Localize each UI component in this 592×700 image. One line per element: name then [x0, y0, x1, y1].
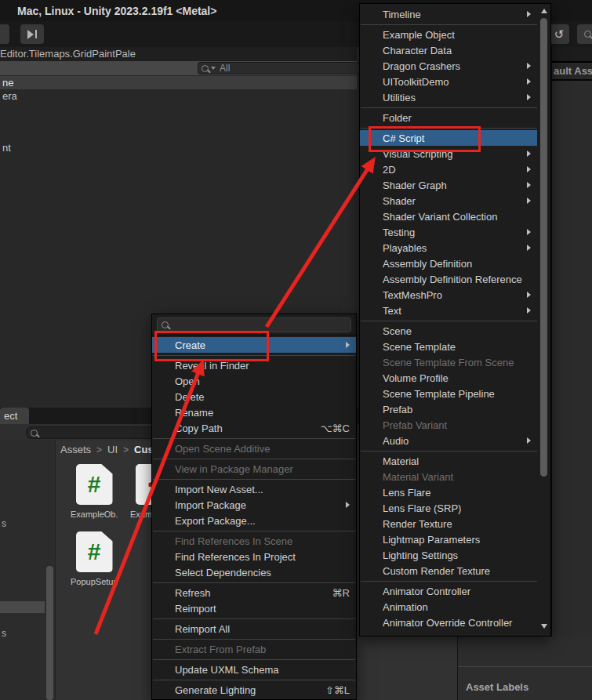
- menu-item-text[interactable]: Text: [360, 303, 537, 318]
- asset-card[interactable]: #ExampleOb...: [71, 464, 118, 519]
- menu-item-find-references-in-project[interactable]: Find References In Project: [152, 549, 356, 564]
- menu-item-folder[interactable]: Folder: [360, 110, 537, 125]
- step-button[interactable]: [20, 24, 44, 44]
- menu-item-reimport-all[interactable]: Reimport All: [152, 621, 356, 637]
- project-search-field[interactable]: [26, 426, 158, 439]
- menu-item-export-package[interactable]: Export Package...: [152, 513, 356, 528]
- menu-item-label: View in Package Manager: [175, 463, 350, 475]
- search-button[interactable]: [577, 24, 592, 44]
- menu-item-scene-template[interactable]: Scene Template: [360, 339, 537, 354]
- menu-item-c-script[interactable]: C# Script: [360, 130, 537, 146]
- menu-item-custom-render-texture[interactable]: Custom Render Texture: [360, 563, 537, 578]
- asset-card[interactable]: #PopupSetup: [71, 531, 118, 586]
- menu-item-delete[interactable]: Delete: [152, 389, 356, 404]
- menu-item-2d[interactable]: 2D: [360, 161, 537, 177]
- menu-item-shader-graph[interactable]: Shader Graph: [360, 177, 537, 193]
- history-button[interactable]: ↺: [549, 24, 569, 44]
- menu-item-update-uxml-schema[interactable]: Update UXML Schema: [152, 662, 356, 677]
- submenu-arrow-icon: [527, 151, 531, 157]
- menu-item-render-texture[interactable]: Render Texture: [360, 516, 537, 531]
- menu-item-lightmap-parameters[interactable]: Lightmap Parameters: [360, 531, 537, 547]
- csharp-script-icon: #: [76, 464, 113, 505]
- hierarchy-row[interactable]: nt: [0, 141, 357, 154]
- palette-filter-strip: [0, 61, 357, 75]
- menu-item-assembly-definition[interactable]: Assembly Definition: [360, 256, 537, 271]
- menu-item-label: Animator Override Controller: [383, 617, 531, 629]
- history-icon: ↺: [554, 27, 565, 42]
- menu-item-animator-override-controller[interactable]: Animator Override Controller: [360, 615, 537, 630]
- menu-item-lens-flare[interactable]: Lens Flare: [360, 484, 537, 500]
- menu-item-view-in-package-manager: View in Package Manager: [152, 461, 356, 477]
- menu-item-lens-flare-srp[interactable]: Lens Flare (SRP): [360, 500, 537, 516]
- menu-item-timeline[interactable]: Timeline: [360, 6, 537, 22]
- filter-search-icon: [202, 65, 209, 72]
- menu-item-assembly-definition-reference[interactable]: Assembly Definition Reference: [360, 271, 537, 287]
- menu-item-shader-variant-collection[interactable]: Shader Variant Collection: [360, 209, 537, 224]
- submenu-arrow-icon: [527, 229, 531, 235]
- menu-item-animator-controller[interactable]: Animator Controller: [360, 583, 537, 599]
- menu-item-reimport[interactable]: Reimport: [152, 600, 356, 616]
- tree-scrollbar-thumb[interactable]: [46, 566, 53, 700]
- context-menu-search-input[interactable]: [172, 318, 332, 331]
- tree-item-fragment[interactable]: s: [2, 518, 6, 529]
- menu-item-scene[interactable]: Scene: [360, 323, 537, 339]
- submenu-arrow-icon: [346, 342, 350, 348]
- menu-item-label: Audio: [383, 435, 519, 447]
- menu-item-example-object[interactable]: Example Object: [360, 27, 537, 42]
- menu-item-label: Shader: [383, 195, 519, 207]
- menu-item-prefab-variant: Prefab Variant: [360, 417, 537, 433]
- menu-item-scene-template-pipeline[interactable]: Scene Template Pipeline: [360, 386, 537, 401]
- menu-item-uitoolkitdemo[interactable]: UIToolkitDemo: [360, 74, 537, 89]
- menu-item-label: Shader Graph: [383, 180, 519, 191]
- project-search-input[interactable]: [40, 427, 145, 438]
- menu-item-label: Testing: [383, 227, 519, 238]
- menu-item-animation[interactable]: Animation: [360, 599, 537, 615]
- menu-item-open[interactable]: Open: [152, 373, 356, 389]
- project-search-icon: [31, 430, 38, 437]
- menu-item-playables[interactable]: Playables: [360, 240, 537, 256]
- menu-separator: [361, 451, 537, 452]
- menu-item-shader[interactable]: Shader: [360, 193, 537, 209]
- menu-separator: [153, 459, 355, 459]
- menu-item-label: Reimport All: [175, 623, 350, 635]
- menu-item-reveal-in-finder[interactable]: Reveal in Finder: [152, 357, 356, 373]
- palette-filter-input[interactable]: [218, 62, 339, 74]
- menu-item-lighting-settings[interactable]: Lighting Settings: [360, 547, 537, 563]
- menu-item-select-dependencies[interactable]: Select Dependencies: [152, 564, 356, 580]
- menu-item-character-data[interactable]: Character Data: [360, 42, 537, 58]
- scroll-up-icon[interactable]: [541, 9, 547, 13]
- menu-item-create[interactable]: Create: [152, 337, 356, 353]
- menu-item-import-package[interactable]: Import Package: [152, 497, 356, 513]
- menu-item-material[interactable]: Material: [360, 453, 537, 469]
- submenu-arrow-icon: [527, 292, 531, 298]
- menu-item-generate-lighting[interactable]: Generate Lighting⇧⌘L: [152, 682, 356, 698]
- tab-project[interactable]: ect: [0, 408, 29, 424]
- menu-separator: [361, 128, 537, 129]
- menu-item-testing[interactable]: Testing: [360, 224, 537, 240]
- menu-item-label: Shader Variant Collection: [383, 211, 531, 223]
- menu-item-copy-path[interactable]: Copy Path⌥⌘C: [152, 420, 356, 436]
- tree-item-fragment[interactable]: s: [2, 628, 6, 639]
- menu-item-volume-profile[interactable]: Volume Profile: [360, 370, 537, 386]
- menu-item-refresh[interactable]: Refresh⌘R: [152, 585, 356, 600]
- submenu-arrow-icon: [346, 502, 350, 508]
- pause-button[interactable]: [0, 24, 9, 44]
- submenu-scrollbar-thumb[interactable]: [540, 18, 547, 477]
- menu-item-prefab[interactable]: Prefab: [360, 401, 537, 417]
- hierarchy-row[interactable]: ne: [0, 76, 357, 89]
- palette-filter-field[interactable]: [198, 62, 360, 74]
- menu-item-textmeshpro[interactable]: TextMeshPro: [360, 287, 537, 303]
- menu-item-audio[interactable]: Audio: [360, 433, 537, 448]
- menu-item-utilities[interactable]: Utilities: [360, 89, 537, 105]
- tree-selected-row[interactable]: [0, 601, 45, 613]
- menu-item-rename[interactable]: Rename: [152, 404, 356, 420]
- menu-item-import-new-asset[interactable]: Import New Asset...: [152, 481, 356, 497]
- scroll-down-icon[interactable]: [541, 624, 547, 629]
- hierarchy-row[interactable]: era: [0, 89, 357, 103]
- context-menu-search-field[interactable]: [157, 317, 351, 332]
- menu-item-dragon-crashers[interactable]: Dragon Crashers: [360, 58, 537, 74]
- submenu-arrow-icon: [527, 245, 531, 251]
- inspector-bottom: Asset Labels: [457, 637, 592, 700]
- menu-item-visual-scripting[interactable]: Visual Scripting: [360, 146, 537, 161]
- menu-item-label: Example Object: [383, 29, 531, 41]
